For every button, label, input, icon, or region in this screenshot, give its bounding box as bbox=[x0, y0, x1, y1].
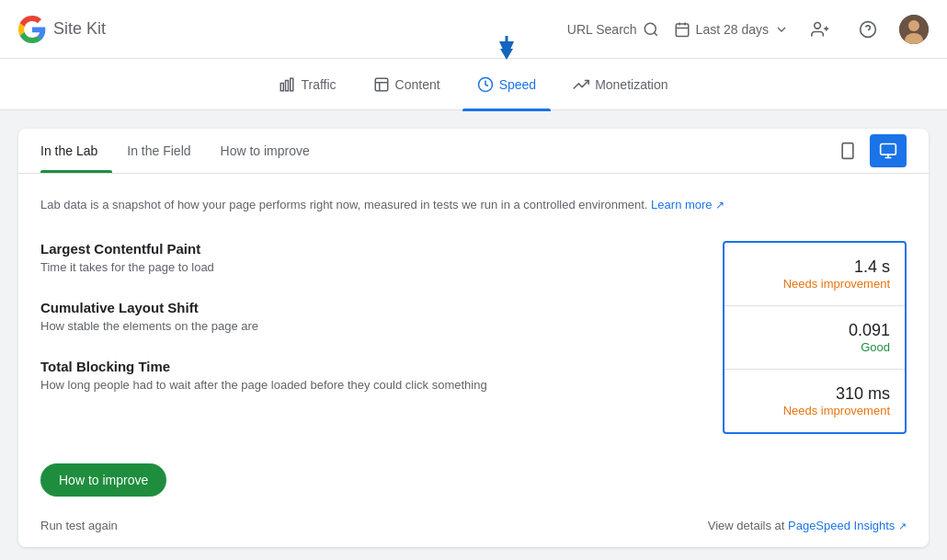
run-test-link[interactable]: Run test again bbox=[40, 519, 118, 532]
url-search-label: URL Search bbox=[567, 22, 637, 37]
svg-rect-17 bbox=[375, 78, 388, 91]
search-icon bbox=[643, 21, 659, 38]
score-lcp-value: 1.4 s bbox=[739, 257, 890, 277]
tab-content-label: Content bbox=[395, 77, 440, 92]
metrics-container: Largest Contentful Paint Time it takes f… bbox=[40, 241, 907, 434]
score-lcp-label: Needs improvement bbox=[739, 277, 890, 291]
header: Site Kit URL Search Last 28 days bbox=[0, 0, 947, 59]
device-toggles bbox=[829, 134, 907, 167]
nav-tabs: Traffic Content Speed Monetization bbox=[0, 59, 947, 110]
tab-monetization[interactable]: Monetization bbox=[558, 67, 682, 102]
site-kit-logo-text: Site Kit bbox=[53, 19, 106, 39]
svg-point-12 bbox=[908, 20, 919, 31]
metric-lcp: Largest Contentful Paint Time it takes f… bbox=[40, 241, 701, 274]
tab-speed[interactable]: Speed bbox=[462, 67, 551, 102]
pagespeed-link-anchor[interactable]: PageSpeed Insights bbox=[788, 519, 898, 532]
lab-description: Lab data is a snapshot of how your page … bbox=[40, 196, 907, 215]
sub-tab-lab-label: In the Lab bbox=[40, 143, 97, 158]
user-avatar[interactable] bbox=[899, 15, 929, 44]
external-link-icon: ↗ bbox=[715, 199, 725, 211]
sub-tab-lab[interactable]: In the Lab bbox=[40, 129, 112, 173]
person-add-icon bbox=[811, 20, 829, 39]
sub-tab-field-label: In the Field bbox=[127, 143, 190, 158]
metrics-list: Largest Contentful Paint Time it takes f… bbox=[40, 241, 701, 417]
google-g-icon bbox=[18, 16, 46, 43]
main-content: In the Lab In the Field How to improve bbox=[0, 110, 947, 560]
metric-lcp-desc: Time it takes for the page to load bbox=[40, 260, 701, 274]
speed-icon bbox=[477, 76, 494, 93]
svg-rect-2 bbox=[676, 24, 689, 37]
bar-chart-icon bbox=[279, 76, 295, 93]
tab-traffic-label: Traffic bbox=[301, 77, 336, 92]
date-range-picker[interactable]: Last 28 days bbox=[674, 21, 789, 38]
score-cls-label: Good bbox=[739, 340, 890, 354]
score-cls-value: 0.091 bbox=[739, 321, 890, 340]
svg-rect-15 bbox=[286, 80, 289, 90]
learn-more-link[interactable]: Learn more ↗ bbox=[651, 198, 725, 211]
footer-actions: How to improve bbox=[40, 463, 907, 497]
url-search-button[interactable]: URL Search bbox=[567, 21, 659, 38]
sub-tabs: In the Lab In the Field How to improve bbox=[18, 129, 929, 174]
metric-lcp-title: Largest Contentful Paint bbox=[40, 241, 701, 257]
svg-line-1 bbox=[654, 32, 656, 35]
metric-tbt-title: Total Blocking Time bbox=[40, 359, 701, 374]
sub-tab-field[interactable]: In the Field bbox=[112, 129, 205, 173]
mobile-device-button[interactable] bbox=[829, 134, 866, 167]
desktop-icon bbox=[879, 142, 897, 160]
sub-tab-how-to-improve-label: How to improve bbox=[221, 143, 310, 158]
tab-speed-label: Speed bbox=[499, 77, 536, 92]
content-icon bbox=[373, 76, 390, 93]
arrow-down-indicator bbox=[497, 36, 516, 62]
pagespeed-external-icon: ↗ bbox=[898, 520, 907, 531]
logo: Site Kit bbox=[18, 16, 106, 43]
sub-tab-how-to-improve[interactable]: How to improve bbox=[206, 129, 325, 173]
metric-cls-desc: How stable the elements on the page are bbox=[40, 319, 701, 333]
svg-point-6 bbox=[815, 22, 821, 29]
metric-cls-title: Cumulative Layout Shift bbox=[40, 300, 701, 315]
run-test-row: Run test again View details at PageSpeed… bbox=[18, 519, 929, 547]
score-tbt-value: 310 ms bbox=[739, 384, 890, 404]
score-box: 1.4 s Needs improvement 0.091 Good 310 m… bbox=[723, 241, 907, 434]
tab-content[interactable]: Content bbox=[359, 67, 455, 102]
svg-marker-21 bbox=[500, 49, 513, 60]
chevron-down-icon bbox=[774, 22, 789, 37]
score-tbt-label: Needs improvement bbox=[739, 404, 890, 417]
trending-up-icon bbox=[573, 76, 589, 93]
speed-card: In the Lab In the Field How to improve bbox=[18, 129, 929, 547]
date-range-label: Last 28 days bbox=[696, 22, 769, 37]
metric-tbt-desc: How long people had to wait after the pa… bbox=[40, 378, 701, 392]
mobile-icon bbox=[839, 142, 857, 160]
card-body: Lab data is a snapshot of how your page … bbox=[18, 174, 929, 519]
desktop-device-button[interactable] bbox=[870, 134, 907, 167]
score-row-lcp: 1.4 s Needs improvement bbox=[725, 243, 905, 306]
metric-cls: Cumulative Layout Shift How stable the e… bbox=[40, 300, 701, 333]
tab-traffic[interactable]: Traffic bbox=[264, 67, 350, 102]
svg-rect-16 bbox=[291, 78, 293, 91]
add-user-button[interactable] bbox=[804, 13, 837, 46]
help-icon bbox=[859, 20, 877, 39]
svg-rect-25 bbox=[881, 144, 896, 155]
metric-tbt: Total Blocking Time How long people had … bbox=[40, 359, 701, 392]
svg-rect-14 bbox=[281, 83, 284, 90]
score-row-cls: 0.091 Good bbox=[725, 306, 905, 370]
header-actions: URL Search Last 28 days bbox=[567, 13, 929, 46]
tab-monetization-label: Monetization bbox=[595, 77, 667, 92]
avatar-image bbox=[899, 15, 929, 44]
score-row-tbt: 310 ms Needs improvement bbox=[725, 370, 905, 432]
how-to-improve-button[interactable]: How to improve bbox=[40, 463, 166, 497]
help-button[interactable] bbox=[851, 13, 884, 46]
svg-point-0 bbox=[645, 23, 656, 34]
pagespeed-insights-link: View details at PageSpeed Insights ↗ bbox=[708, 519, 907, 532]
calendar-icon bbox=[674, 21, 690, 38]
